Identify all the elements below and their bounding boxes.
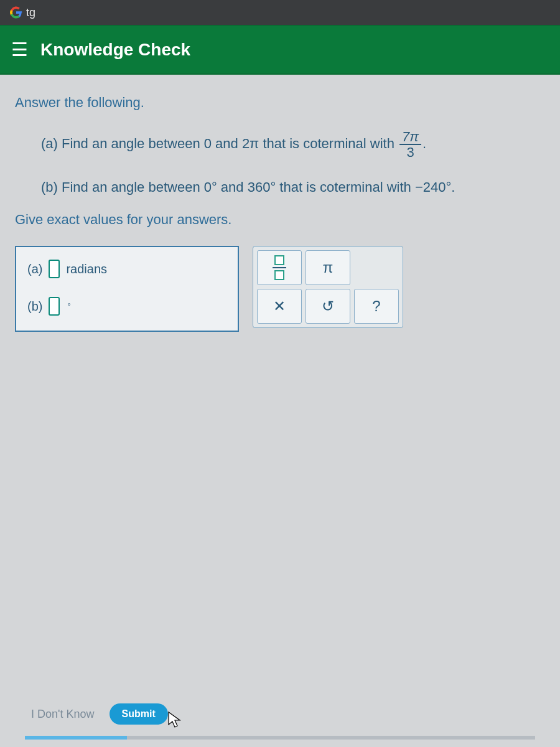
undo-button[interactable]: ↺ (306, 289, 350, 324)
answer-row: (a) radians (b) ° π ✕ (15, 246, 545, 332)
answer-box: (a) radians (b) ° (15, 246, 239, 332)
answer-a-unit: radians (66, 261, 107, 278)
fraction-numerator: 7π (399, 129, 421, 145)
tool-spacer (354, 250, 399, 285)
page-title: Knowledge Check (40, 40, 190, 60)
math-tool-panel: π ✕ ↺ ? (253, 246, 403, 328)
pi-icon: π (323, 258, 334, 278)
fraction-icon (273, 255, 286, 280)
part-a-suffix: . (422, 136, 426, 151)
question-part-a: (a) Find an angle between 0 and 2π that … (41, 129, 545, 159)
google-g-icon (10, 6, 22, 19)
question-instructions: Give exact values for your answers. (15, 210, 545, 229)
question-prompt: Answer the following. (15, 93, 545, 112)
help-icon: ? (372, 296, 380, 316)
pi-tool-button[interactable]: π (306, 250, 350, 285)
hamburger-icon[interactable]: ☰ (11, 40, 28, 59)
footer-bar: I Don't Know Submit (0, 703, 560, 725)
progress-fill (25, 736, 127, 740)
answer-a-input[interactable] (49, 260, 60, 278)
undo-icon: ↺ (322, 296, 334, 316)
browser-tab-bar: tg (0, 0, 560, 25)
progress-bar (25, 736, 535, 740)
question-panel: Answer the following. (a) Find an angle … (0, 75, 560, 350)
fraction-tool-button[interactable] (257, 250, 302, 285)
browser-tab[interactable]: tg (4, 4, 42, 22)
clear-button[interactable]: ✕ (257, 289, 302, 324)
clear-icon: ✕ (273, 296, 286, 316)
dont-know-button[interactable]: I Don't Know (31, 708, 95, 721)
question-part-b: (b) Find an angle between 0° and 360° th… (41, 178, 545, 197)
fraction-denominator: 3 (399, 145, 421, 159)
fraction-7pi-3: 7π 3 (399, 129, 421, 159)
help-button[interactable]: ? (354, 289, 399, 324)
submit-button[interactable]: Submit (110, 703, 168, 725)
answer-a-line: (a) radians (27, 260, 226, 278)
answer-a-label: (a) (27, 261, 42, 278)
browser-tab-label: tg (26, 6, 35, 19)
answer-b-label: (b) (27, 298, 42, 315)
answer-b-unit: ° (67, 301, 70, 312)
answer-b-input[interactable] (49, 297, 60, 316)
answer-b-line: (b) ° (27, 297, 226, 316)
app-header: ☰ Knowledge Check (0, 25, 560, 75)
part-a-prefix: (a) Find an angle between 0 and 2π that … (41, 136, 398, 151)
